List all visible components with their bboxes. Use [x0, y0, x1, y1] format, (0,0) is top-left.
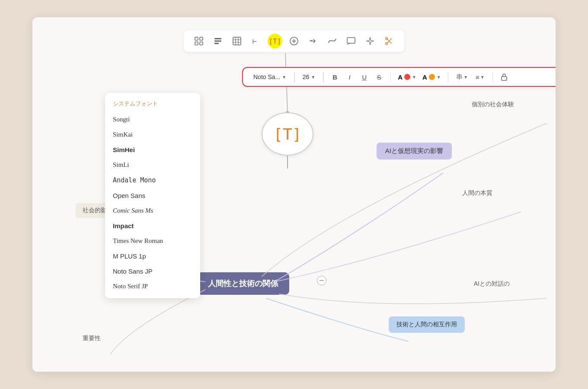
divider-4: [448, 72, 449, 82]
importance-node-label: 重要性: [83, 335, 101, 342]
svg-rect-2: [195, 37, 198, 40]
align-icon[interactable]: [211, 34, 225, 48]
text-color-button[interactable]: A ▼: [396, 73, 418, 82]
text-color-arrow: ▼: [412, 75, 416, 80]
font-item-notoserif[interactable]: Noto Serif JP: [105, 279, 200, 294]
toolbar: ⊢ [T]: [184, 30, 404, 52]
svg-rect-8: [214, 43, 219, 44]
underline-button[interactable]: U: [358, 71, 371, 83]
nature-node[interactable]: 人間の本質: [455, 186, 499, 201]
svg-rect-6: [214, 38, 221, 39]
char-spacing-label: 串: [456, 73, 463, 81]
center-node-label: 人間性と技術の関係: [208, 278, 278, 289]
importance-node[interactable]: 重要性: [76, 331, 108, 346]
callout-tail: [287, 156, 288, 169]
font-name-label: Noto Sa...: [253, 73, 280, 80]
font-item-simli[interactable]: SimLi: [105, 157, 200, 172]
callout-symbol: [T]: [273, 125, 301, 143]
callout-oval: [T]: [262, 112, 313, 156]
svg-rect-18: [347, 38, 355, 43]
social-node[interactable]: 個別の社会体験: [465, 97, 521, 112]
table-icon[interactable]: [230, 34, 244, 48]
line-spacing-arrow: ▼: [480, 75, 485, 80]
comment-icon[interactable]: [344, 34, 358, 48]
bg-color-arrow: ▼: [437, 75, 441, 80]
text-box-symbol: [T]: [269, 37, 281, 45]
svg-rect-7: [214, 41, 221, 42]
center-node[interactable]: 人間性と技術の関係: [197, 272, 289, 295]
text-pipe-icon[interactable]: ⊢: [249, 34, 263, 48]
svg-text:⊢: ⊢: [252, 37, 257, 45]
tech-node[interactable]: 技術と人間の相互作用: [389, 316, 465, 333]
font-item-andale[interactable]: Andale Mono: [105, 172, 200, 188]
frame-icon[interactable]: [192, 34, 206, 48]
font-item-impact[interactable]: Impact: [105, 218, 200, 233]
font-item-simkai[interactable]: SimKai: [105, 127, 200, 142]
strikethrough-button[interactable]: S: [373, 71, 385, 83]
nature-node-label: 人間の本質: [462, 189, 492, 197]
font-selector[interactable]: Noto Sa... ▼: [251, 73, 289, 81]
callout-bubble: [T]: [262, 112, 313, 164]
format-bar: Noto Sa... ▼ 26 ▼ B I U S A ▼ A ▼ 串 ▼ ≡: [242, 67, 556, 87]
main-container: ⊢ [T]: [32, 17, 556, 372]
font-size-label: 26: [303, 73, 310, 80]
arrow-right-icon[interactable]: [306, 34, 320, 48]
divider-5: [492, 72, 493, 82]
dialog-node[interactable]: AIとの対話の: [467, 277, 517, 291]
svg-rect-9: [233, 37, 241, 45]
svg-rect-5: [200, 42, 203, 45]
svg-rect-3: [200, 37, 203, 40]
sparkle-icon[interactable]: [363, 34, 377, 48]
line-spacing-label: ≡: [476, 73, 479, 81]
font-item-notosans[interactable]: Noto Sans JP: [105, 264, 200, 279]
size-dropdown-arrow: ▼: [311, 75, 315, 80]
divider-3: [390, 72, 391, 82]
text-box-icon[interactable]: [T]: [268, 34, 282, 48]
font-dropdown-arrow: ▼: [282, 75, 286, 80]
font-item-times[interactable]: Times New Roman: [105, 233, 200, 249]
lock-button[interactable]: [498, 71, 510, 83]
font-item-simhei[interactable]: SimHei: [105, 142, 200, 157]
char-spacing-button[interactable]: 串 ▼: [454, 72, 470, 82]
font-item-songti[interactable]: Songti: [105, 112, 200, 127]
text-color-label: A: [398, 73, 403, 81]
svg-rect-22: [502, 77, 507, 80]
ai-node[interactable]: AIと仮想現実の影響: [377, 143, 452, 159]
font-item-mplus[interactable]: M PLUS 1p: [105, 249, 200, 264]
font-item-opensans[interactable]: Open Sans: [105, 188, 200, 203]
char-spacing-arrow: ▼: [463, 75, 468, 80]
font-dropdown: システムフォント Songti SimKai SimHei SimLi Anda…: [105, 93, 200, 298]
font-item-comicsans[interactable]: Comic Sans Ms: [105, 203, 200, 218]
font-size-selector[interactable]: 26 ▼: [300, 73, 318, 81]
ai-node-label: AIと仮想現実の影響: [385, 147, 443, 155]
line-spacing-button[interactable]: ≡ ▼: [473, 73, 487, 82]
italic-button[interactable]: I: [344, 71, 356, 83]
social-node-label: 個別の社会体験: [472, 101, 514, 108]
font-dropdown-header: システムフォント: [105, 97, 200, 112]
dialog-node-label: AIとの対話の: [474, 280, 510, 288]
scissors-icon[interactable]: [382, 34, 396, 48]
tech-node-label: 技術と人間の相互作用: [396, 321, 457, 328]
bold-button[interactable]: B: [329, 71, 341, 83]
add-circle-icon[interactable]: [287, 34, 301, 48]
curve-icon[interactable]: [325, 34, 339, 48]
bg-color-label: A: [422, 73, 427, 81]
society-node-label: 社会的影: [83, 207, 107, 214]
collapse-button[interactable]: [317, 276, 326, 285]
divider-1: [294, 72, 295, 82]
bg-color-button[interactable]: A ▼: [421, 73, 443, 82]
divider-2: [323, 72, 324, 82]
svg-rect-4: [195, 42, 198, 45]
